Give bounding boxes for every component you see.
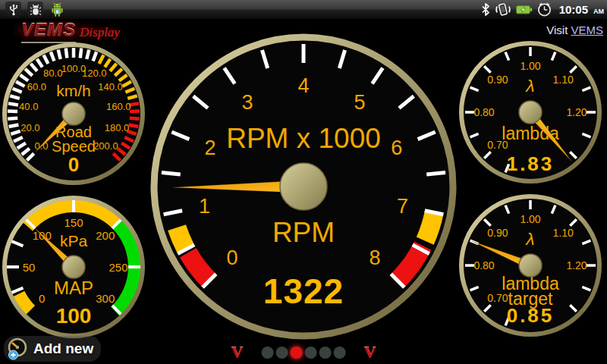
- page-dot-5[interactable]: [319, 347, 332, 359]
- visit-label: Visit: [546, 24, 568, 36]
- svg-text:200.0: 200.0: [93, 140, 118, 152]
- svg-text:kPa: kPa: [60, 232, 88, 249]
- svg-text:0.90: 0.90: [487, 227, 508, 239]
- page-dot-1[interactable]: [262, 347, 274, 359]
- add-new-button[interactable]: Add new: [4, 336, 101, 362]
- next-page-button[interactable]: V: [364, 346, 376, 359]
- svg-text:1322: 1322: [263, 271, 344, 311]
- svg-text:0.85: 0.85: [507, 304, 555, 327]
- bluetooth-icon: [480, 2, 491, 17]
- battery-charging-icon: [515, 2, 533, 17]
- svg-text:80.0: 80.0: [43, 67, 62, 79]
- svg-text:0.90: 0.90: [487, 74, 508, 86]
- svg-text:km/h: km/h: [56, 82, 91, 99]
- svg-text:λ: λ: [524, 229, 534, 249]
- svg-text:50: 50: [23, 261, 36, 274]
- add-new-label: Add new: [33, 340, 93, 357]
- vibrate-icon: [495, 2, 511, 17]
- svg-text:60.0: 60.0: [27, 81, 46, 93]
- svg-text:180.0: 180.0: [105, 122, 130, 133]
- page-dot-6[interactable]: [334, 347, 346, 359]
- svg-text:200: 200: [96, 229, 115, 242]
- svg-text:RPM x 1000: RPM x 1000: [226, 123, 381, 154]
- status-bar: 10:05 AM: [0, 0, 607, 20]
- svg-text:4: 4: [297, 74, 309, 97]
- rpm-gauge[interactable]: 012345678RPM x 1000RPM1322: [150, 33, 457, 343]
- svg-text:1.20: 1.20: [566, 106, 587, 118]
- road-speed-gauge[interactable]: 0.020.040.060.080.0100.0120.0140.0160.01…: [2, 42, 146, 189]
- lambda-gauge[interactable]: 0.700.800.901.001.101.20λlambda1.83: [458, 40, 602, 187]
- clock-time: 10:05: [559, 3, 588, 16]
- page-dot-4[interactable]: [305, 347, 317, 359]
- svg-text:MAP: MAP: [54, 278, 93, 298]
- svg-text:0: 0: [68, 153, 79, 176]
- svg-text:0.80: 0.80: [473, 259, 494, 271]
- page-dots: [262, 347, 346, 359]
- svg-text:RPM: RPM: [272, 217, 335, 248]
- svg-text:6: 6: [391, 136, 402, 159]
- prev-page-button[interactable]: V: [231, 346, 244, 359]
- page-indicator: V V: [231, 346, 376, 359]
- alarm-clock-icon: [536, 2, 552, 17]
- svg-text:40.0: 40.0: [19, 101, 38, 112]
- lambda-target-gauge[interactable]: 0.700.800.901.001.101.20λlambdatarget0.8…: [458, 193, 602, 340]
- svg-text:150: 150: [64, 216, 83, 229]
- svg-text:0: 0: [39, 292, 45, 305]
- svg-text:1.83: 1.83: [507, 152, 555, 175]
- svg-text:λ: λ: [524, 76, 534, 96]
- page-dot-2[interactable]: [276, 347, 288, 359]
- gauge-plus-icon: [6, 337, 29, 360]
- android-robot-icon: [49, 2, 65, 17]
- svg-text:0.70: 0.70: [487, 292, 508, 304]
- svg-text:1.00: 1.00: [520, 213, 540, 225]
- svg-text:7: 7: [397, 195, 408, 218]
- svg-text:0: 0: [226, 246, 237, 269]
- svg-text:120.0: 120.0: [82, 67, 107, 79]
- svg-text:3: 3: [242, 91, 253, 114]
- svg-text:250: 250: [109, 261, 127, 274]
- map-gauge[interactable]: 050100150200250300kPaMAP100: [2, 195, 146, 342]
- visit-vems-link-row: Visit VEMS: [546, 24, 603, 36]
- vems-link[interactable]: VEMS: [571, 24, 603, 36]
- svg-text:140.0: 140.0: [98, 81, 123, 93]
- svg-text:1.10: 1.10: [553, 74, 574, 86]
- svg-text:1.20: 1.20: [566, 259, 587, 271]
- svg-text:8: 8: [370, 246, 381, 269]
- clock-ampm: AM: [593, 5, 604, 15]
- svg-text:1.00: 1.00: [520, 60, 540, 72]
- svg-text:5: 5: [354, 91, 365, 114]
- svg-text:1.10: 1.10: [553, 227, 574, 239]
- vems-display-logo: VEMS Display: [14, 20, 127, 42]
- status-bar-indicators: 10:05 AM: [480, 2, 607, 17]
- svg-text:0.80: 0.80: [473, 106, 494, 118]
- status-bar-notifications: [0, 2, 65, 17]
- page-dot-3[interactable]: [291, 347, 303, 359]
- svg-text:Speed: Speed: [52, 138, 96, 155]
- svg-text:160.0: 160.0: [106, 101, 131, 112]
- adb-debug-icon: [27, 2, 43, 17]
- svg-text:2: 2: [205, 136, 216, 159]
- logo-vems-text: VEMS: [21, 20, 76, 43]
- svg-text:100: 100: [56, 304, 92, 328]
- svg-text:1: 1: [199, 195, 210, 218]
- svg-text:20.0: 20.0: [20, 122, 39, 133]
- logo-display-text: Display: [80, 25, 120, 40]
- svg-text:300: 300: [96, 292, 115, 305]
- usb-icon: [5, 2, 21, 17]
